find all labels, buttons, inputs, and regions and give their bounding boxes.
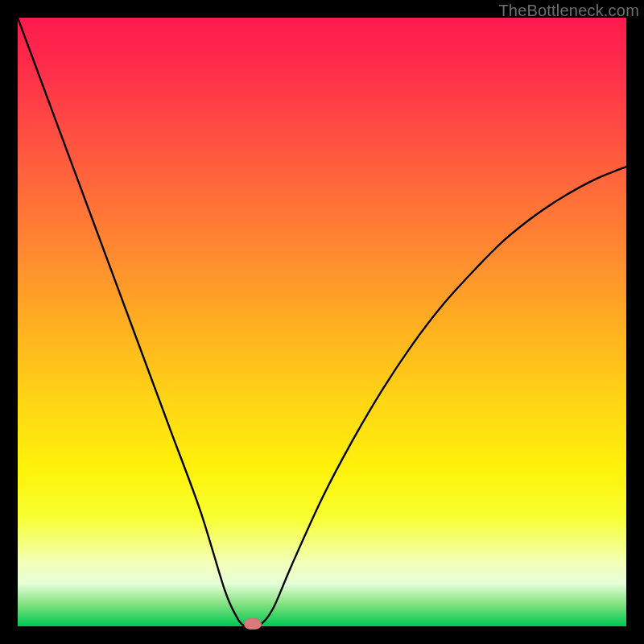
watermark: TheBottleneck.com bbox=[498, 2, 639, 20]
optimal-point-marker bbox=[244, 618, 262, 630]
gradient-background bbox=[18, 18, 626, 626]
plot-frame bbox=[18, 18, 626, 626]
